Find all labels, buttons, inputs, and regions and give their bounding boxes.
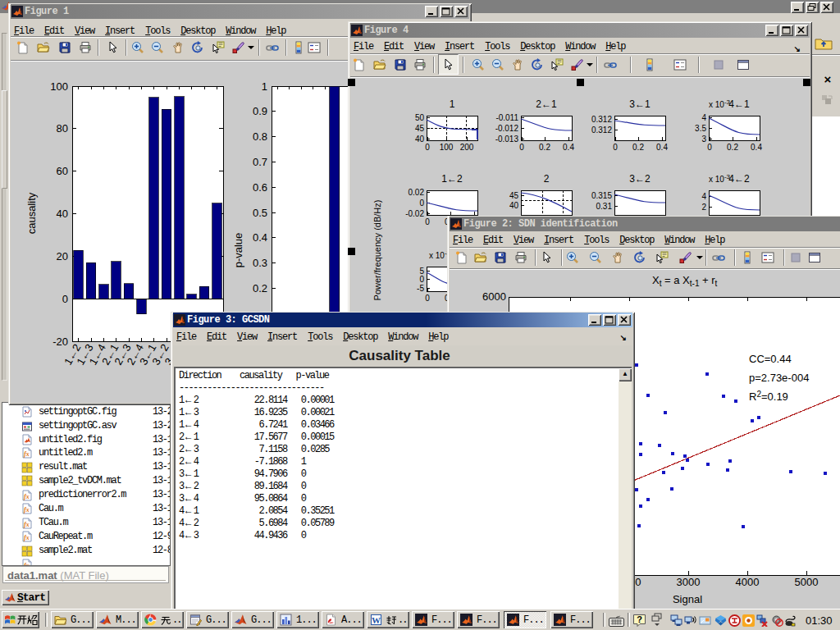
svg-text:20: 20 (57, 250, 68, 262)
svg-text:100: 100 (50, 80, 68, 93)
svg-text:0.2: 0.2 (632, 143, 644, 152)
svg-text:200: 200 (460, 143, 474, 152)
svg-text:0: 0 (613, 143, 618, 152)
svg-text:40: 40 (509, 201, 519, 210)
svg-text:0.7: 0.7 (253, 156, 267, 168)
svg-text:3←2: 3←2 (629, 173, 651, 185)
svg-text:0: 0 (425, 294, 430, 303)
svg-text:5000: 5000 (795, 576, 819, 588)
svg-text:0.4: 0.4 (656, 143, 668, 152)
svg-text:Signal: Signal (673, 593, 702, 605)
svg-text:40: 40 (415, 135, 425, 144)
svg-text:0: 0 (425, 217, 430, 226)
svg-text:0.9: 0.9 (253, 105, 267, 117)
svg-text:4: 4 (701, 192, 706, 201)
svg-text:0.312: 0.312 (591, 115, 612, 124)
svg-text:0.315: 0.315 (591, 191, 612, 200)
svg-text:0: 0 (425, 143, 430, 152)
svg-text:0.6: 0.6 (253, 181, 267, 194)
svg-text:-0.02: -0.02 (405, 209, 424, 218)
svg-text:3000: 3000 (677, 576, 701, 588)
svg-text:50: 50 (415, 113, 425, 122)
svg-text:0: 0 (62, 293, 68, 305)
svg-text:0.2: 0.2 (727, 143, 738, 152)
svg-text:0.2: 0.2 (539, 143, 550, 152)
svg-text:1←2: 1←2 (441, 173, 463, 185)
svg-text:45: 45 (509, 191, 519, 200)
svg-text:40: 40 (57, 208, 68, 220)
svg-text:60: 60 (57, 165, 68, 177)
svg-text:1: 1 (262, 80, 267, 93)
svg-text:0.4: 0.4 (563, 143, 574, 152)
svg-text:R2=0.19: R2=0.19 (749, 390, 788, 403)
svg-text:p=2.73e-004: p=2.73e-004 (749, 372, 809, 384)
svg-text:p-value: p-value (232, 233, 244, 268)
svg-text:3: 3 (701, 135, 706, 144)
svg-text:-0.011: -0.011 (495, 113, 518, 122)
svg-text:0.4: 0.4 (751, 143, 762, 152)
svg-text:80: 80 (57, 122, 68, 135)
svg-text:0.2: 0.2 (253, 282, 267, 294)
svg-text:6000: 6000 (482, 290, 506, 303)
svg-text:Xt = a Xt-1 + rt: Xt = a Xt-1 + rt (652, 274, 718, 288)
svg-text:45: 45 (415, 124, 425, 133)
svg-text:2: 2 (701, 203, 706, 212)
svg-text:4←2: 4←2 (728, 173, 750, 185)
svg-text:x 10-3: x 10-3 (709, 173, 731, 184)
svg-text:0: 0 (419, 275, 424, 284)
svg-text:Power/frequency (dB/Hz): Power/frequency (dB/Hz) (372, 200, 382, 301)
svg-text:0: 0 (519, 143, 524, 152)
svg-text:3.5: 3.5 (695, 124, 706, 133)
svg-text:2: 2 (544, 173, 550, 185)
svg-text:0.5: 0.5 (253, 207, 267, 219)
svg-text:0.4: 0.4 (253, 231, 267, 244)
svg-text:-20: -20 (52, 336, 68, 348)
svg-text:0.31: 0.31 (596, 202, 613, 211)
svg-text:2←1: 2←1 (536, 98, 557, 110)
svg-text:4←1: 4←1 (728, 98, 750, 110)
svg-text:100: 100 (440, 143, 454, 152)
svg-text:1: 1 (450, 98, 455, 110)
svg-text:0.312: 0.312 (591, 126, 612, 135)
svg-text:0.02: 0.02 (409, 188, 425, 197)
svg-text:-5: -5 (417, 284, 424, 293)
svg-text:CC=0.44: CC=0.44 (749, 353, 792, 365)
svg-text:0: 0 (419, 199, 424, 208)
svg-text:0.8: 0.8 (253, 130, 267, 143)
svg-text:4000: 4000 (736, 576, 760, 588)
svg-text:causality: causality (25, 192, 38, 234)
svg-text:4: 4 (701, 113, 706, 122)
svg-text:-0.013: -0.013 (495, 135, 519, 144)
svg-text:0.3: 0.3 (253, 257, 267, 269)
svg-text:-0.012: -0.012 (495, 124, 519, 133)
svg-text:0: 0 (707, 143, 712, 152)
svg-text:x 10-3: x 10-3 (709, 98, 731, 109)
svg-text:3←1: 3←1 (629, 98, 651, 110)
